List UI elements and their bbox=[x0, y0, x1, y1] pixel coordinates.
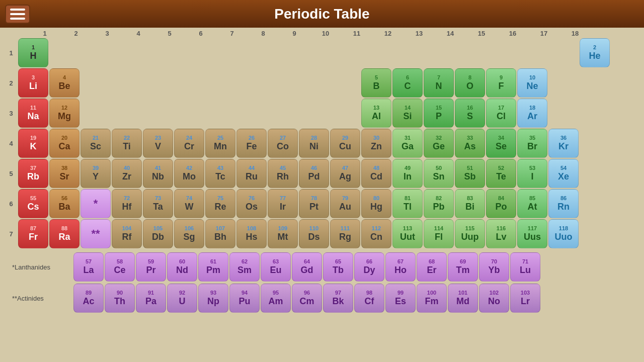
element-Lr[interactable]: 103Lr bbox=[510, 284, 540, 313]
element-Au[interactable]: 79Au bbox=[330, 189, 360, 218]
element-Db[interactable]: 105Db bbox=[143, 219, 173, 248]
element-Nd[interactable]: 60Nd bbox=[167, 252, 197, 282]
element-Cr[interactable]: 24Cr bbox=[174, 129, 204, 158]
element-No[interactable]: 102No bbox=[479, 284, 509, 313]
element-At[interactable]: 85At bbox=[517, 189, 547, 218]
element-Al[interactable]: 13Al bbox=[361, 99, 391, 128]
element-Pb[interactable]: 82Pb bbox=[424, 189, 454, 218]
element-Co[interactable]: 27Co bbox=[268, 129, 298, 158]
element-Y[interactable]: 39Y bbox=[80, 159, 111, 188]
element-In[interactable]: 49In bbox=[392, 159, 423, 188]
element-Eu[interactable]: 63Eu bbox=[261, 252, 291, 282]
element-Sm[interactable]: 62Sm bbox=[229, 252, 260, 282]
element-Ta[interactable]: 73Ta bbox=[143, 189, 173, 218]
element-Ds[interactable]: 110Ds bbox=[299, 219, 329, 248]
element-Lv[interactable]: 116Lv bbox=[486, 219, 516, 248]
element-Tl[interactable]: 81Tl bbox=[392, 189, 423, 218]
element-Pt[interactable]: 78Pt bbox=[299, 189, 329, 218]
element-Mt[interactable]: 109Mt bbox=[268, 219, 298, 248]
element-La[interactable]: 57La bbox=[73, 252, 104, 282]
element-Zn[interactable]: 30Zn bbox=[361, 129, 391, 158]
element-Hf[interactable]: 72Hf bbox=[112, 189, 142, 218]
element-Zr[interactable]: 40Zr bbox=[112, 159, 142, 188]
element-Ni[interactable]: 28Ni bbox=[299, 129, 329, 158]
element-Sn[interactable]: 50Sn bbox=[424, 159, 454, 188]
element-I[interactable]: 53I bbox=[517, 159, 547, 188]
element-Cd[interactable]: 48Cd bbox=[361, 159, 391, 188]
element-Rn[interactable]: 86Rn bbox=[548, 189, 579, 218]
element-Dy[interactable]: 66Dy bbox=[354, 252, 384, 282]
element-Ac[interactable]: 89Ac bbox=[73, 284, 104, 313]
element-Np[interactable]: 93Np bbox=[198, 284, 228, 313]
element-Ho[interactable]: 67Ho bbox=[385, 252, 416, 282]
element-W[interactable]: 74W bbox=[174, 189, 204, 218]
element-Cn[interactable]: 112Cn bbox=[361, 219, 391, 248]
element-Sb[interactable]: 51Sb bbox=[455, 159, 485, 188]
element-Pm[interactable]: 61Pm bbox=[198, 252, 228, 282]
element-Fe[interactable]: 26Fe bbox=[236, 129, 267, 158]
element-Cm[interactable]: 96Cm bbox=[292, 284, 322, 313]
element-He[interactable]: 2He bbox=[580, 38, 610, 67]
element-Uut[interactable]: 113Uut bbox=[392, 219, 423, 248]
element-Mn[interactable]: 25Mn bbox=[205, 129, 235, 158]
element-Er[interactable]: 68Er bbox=[417, 252, 447, 282]
element-Se[interactable]: 34Se bbox=[486, 129, 516, 158]
element-Br[interactable]: 35Br bbox=[517, 129, 547, 158]
element-Fr[interactable]: 87Fr bbox=[18, 219, 48, 248]
element-Be[interactable]: 4Be bbox=[49, 68, 79, 98]
element-Sr[interactable]: 38Sr bbox=[49, 159, 79, 188]
element-Ag[interactable]: 47Ag bbox=[330, 159, 360, 188]
element-Mo[interactable]: 42Mo bbox=[174, 159, 204, 188]
element-Fm[interactable]: 100Fm bbox=[417, 284, 447, 313]
element-Rb[interactable]: 37Rb bbox=[18, 159, 48, 188]
element-O[interactable]: 8O bbox=[455, 68, 485, 98]
element-Bk[interactable]: 97Bk bbox=[323, 284, 353, 313]
menu-button[interactable] bbox=[5, 5, 30, 24]
element-Th[interactable]: 90Th bbox=[105, 284, 135, 313]
element-Lu[interactable]: 71Lu bbox=[510, 252, 540, 282]
element-Kr[interactable]: 36Kr bbox=[548, 129, 579, 158]
element-B[interactable]: 5B bbox=[361, 68, 391, 98]
element-Uus[interactable]: 117Uus bbox=[517, 219, 547, 248]
element-Uuo[interactable]: 118Uuo bbox=[548, 219, 579, 248]
element-S[interactable]: 16S bbox=[455, 99, 485, 128]
element-Ca[interactable]: 20Ca bbox=[49, 129, 79, 158]
element-V[interactable]: 23V bbox=[143, 129, 173, 158]
element-Li[interactable]: 3Li bbox=[18, 68, 48, 98]
element-N[interactable]: 7N bbox=[424, 68, 454, 98]
element-Ge[interactable]: 32Ge bbox=[424, 129, 454, 158]
element-Re[interactable]: 75Re bbox=[205, 189, 235, 218]
element-Po[interactable]: 84Po bbox=[486, 189, 516, 218]
element-U[interactable]: 92U bbox=[167, 284, 197, 313]
element-Os[interactable]: 76Os bbox=[236, 189, 267, 218]
element-Ru[interactable]: 44Ru bbox=[236, 159, 267, 188]
element-F[interactable]: 9F bbox=[486, 68, 516, 98]
element-C[interactable]: 6C bbox=[392, 68, 423, 98]
element-Xe[interactable]: 54Xe bbox=[548, 159, 579, 188]
element-Pr[interactable]: 59Pr bbox=[136, 252, 166, 282]
element-Rf[interactable]: 104Rf bbox=[112, 219, 142, 248]
element-Rg[interactable]: 111Rg bbox=[330, 219, 360, 248]
element-Tm[interactable]: 69Tm bbox=[448, 252, 478, 282]
element-Cu[interactable]: 29Cu bbox=[330, 129, 360, 158]
element-Pu[interactable]: 94Pu bbox=[229, 284, 260, 313]
element-Ra[interactable]: 88Ra bbox=[49, 219, 79, 248]
element-Md[interactable]: 101Md bbox=[448, 284, 478, 313]
element-Ir[interactable]: 77Ir bbox=[268, 189, 298, 218]
element-Si[interactable]: 14Si bbox=[392, 99, 423, 128]
element-la-ref[interactable]: * bbox=[80, 189, 111, 218]
element-Bh[interactable]: 107Bh bbox=[205, 219, 235, 248]
element-K[interactable]: 19K bbox=[18, 129, 48, 158]
element-Cf[interactable]: 98Cf bbox=[354, 284, 384, 313]
element-Uup[interactable]: 115Uup bbox=[455, 219, 485, 248]
element-Rh[interactable]: 45Rh bbox=[268, 159, 298, 188]
element-Ba[interactable]: 56Ba bbox=[49, 189, 79, 218]
element-H[interactable]: 1H bbox=[18, 38, 48, 67]
element-Bi[interactable]: 83Bi bbox=[455, 189, 485, 218]
element-Nb[interactable]: 41Nb bbox=[143, 159, 173, 188]
element-Ne[interactable]: 10Ne bbox=[517, 68, 547, 98]
element-Ar[interactable]: 18Ar bbox=[517, 99, 547, 128]
element-Hs[interactable]: 108Hs bbox=[236, 219, 267, 248]
element-Fl[interactable]: 114Fl bbox=[424, 219, 454, 248]
element-Pa[interactable]: 91Pa bbox=[136, 284, 166, 313]
